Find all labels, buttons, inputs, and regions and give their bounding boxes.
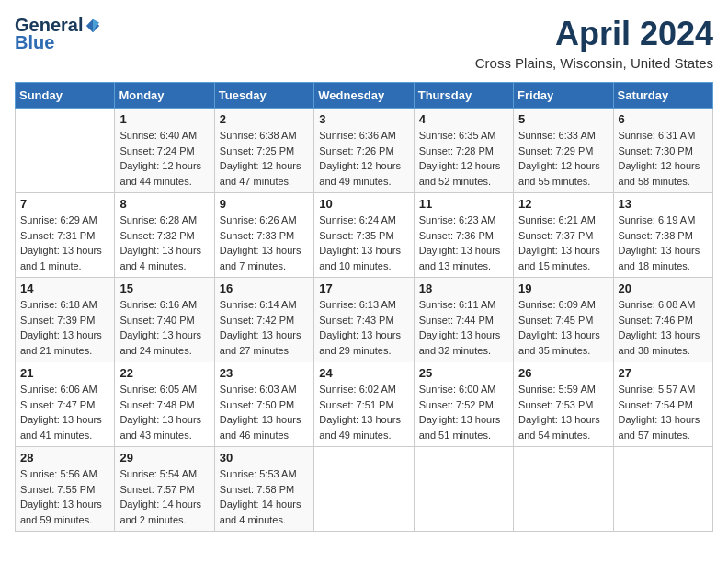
calendar-cell: [16, 109, 115, 193]
day-number: 17: [319, 282, 408, 295]
calendar-cell: 29Sunrise: 5:54 AMSunset: 7:57 PMDayligh…: [115, 447, 214, 532]
calendar-cell: 28Sunrise: 5:56 AMSunset: 7:55 PMDayligh…: [16, 447, 115, 532]
calendar-cell: 15Sunrise: 6:16 AMSunset: 7:40 PMDayligh…: [115, 278, 214, 362]
calendar-table: SundayMondayTuesdayWednesdayThursdayFrid…: [15, 82, 713, 532]
calendar-cell: 22Sunrise: 6:05 AMSunset: 7:48 PMDayligh…: [115, 362, 214, 447]
sun-info: Sunrise: 6:18 AMSunset: 7:39 PMDaylight:…: [20, 297, 109, 358]
calendar-cell: [613, 447, 712, 532]
weekday-header-monday: Monday: [115, 83, 214, 109]
day-number: 22: [119, 366, 209, 380]
sun-info: Sunrise: 6:05 AMSunset: 7:48 PMDaylight:…: [119, 382, 209, 442]
sun-info: Sunrise: 6:09 AMSunset: 7:45 PMDaylight:…: [518, 297, 608, 358]
day-number: 8: [119, 197, 209, 211]
calendar-cell: 9Sunrise: 6:26 AMSunset: 7:33 PMDaylight…: [214, 193, 313, 278]
sun-info: Sunrise: 5:54 AMSunset: 7:57 PMDaylight:…: [119, 466, 209, 527]
sun-info: Sunrise: 6:00 AMSunset: 7:52 PMDaylight:…: [419, 382, 508, 442]
day-number: 10: [319, 197, 408, 211]
sun-info: Sunrise: 6:02 AMSunset: 7:51 PMDaylight:…: [319, 382, 408, 442]
sun-info: Sunrise: 5:56 AMSunset: 7:55 PMDaylight:…: [20, 466, 109, 527]
month-title: April 2024: [475, 15, 713, 53]
calendar-cell: 1Sunrise: 6:40 AMSunset: 7:24 PMDaylight…: [115, 109, 214, 193]
sun-info: Sunrise: 6:23 AMSunset: 7:36 PMDaylight:…: [419, 213, 508, 273]
title-area: April 2024 Cross Plains, Wisconsin, Unit…: [475, 15, 713, 71]
weekday-header-wednesday: Wednesday: [314, 83, 414, 109]
day-number: 7: [20, 197, 109, 211]
week-row-1: 1Sunrise: 6:40 AMSunset: 7:24 PMDaylight…: [16, 109, 713, 193]
sun-info: Sunrise: 6:36 AMSunset: 7:26 PMDaylight:…: [319, 128, 408, 189]
weekday-header-sunday: Sunday: [16, 83, 115, 109]
weekday-header-friday: Friday: [514, 83, 613, 109]
day-number: 18: [419, 282, 508, 295]
calendar-cell: 26Sunrise: 5:59 AMSunset: 7:53 PMDayligh…: [514, 362, 613, 447]
day-number: 16: [220, 282, 309, 295]
calendar-cell: 25Sunrise: 6:00 AMSunset: 7:52 PMDayligh…: [414, 362, 513, 447]
sun-info: Sunrise: 6:21 AMSunset: 7:37 PMDaylight:…: [518, 213, 608, 273]
day-number: 14: [20, 282, 109, 295]
calendar-cell: 21Sunrise: 6:06 AMSunset: 7:47 PMDayligh…: [16, 362, 115, 447]
day-number: 28: [20, 451, 109, 465]
day-number: 24: [319, 366, 408, 380]
calendar-cell: 3Sunrise: 6:36 AMSunset: 7:26 PMDaylight…: [314, 109, 414, 193]
week-row-4: 21Sunrise: 6:06 AMSunset: 7:47 PMDayligh…: [16, 362, 713, 447]
calendar-cell: 10Sunrise: 6:24 AMSunset: 7:35 PMDayligh…: [314, 193, 414, 278]
day-number: 21: [20, 366, 109, 380]
sun-info: Sunrise: 6:06 AMSunset: 7:47 PMDaylight:…: [20, 382, 109, 442]
sun-info: Sunrise: 6:26 AMSunset: 7:33 PMDaylight:…: [220, 213, 309, 273]
week-row-3: 14Sunrise: 6:18 AMSunset: 7:39 PMDayligh…: [16, 278, 713, 362]
day-number: 19: [518, 282, 608, 295]
calendar-cell: 27Sunrise: 5:57 AMSunset: 7:54 PMDayligh…: [613, 362, 712, 447]
day-number: 5: [518, 112, 608, 126]
day-number: 1: [119, 112, 209, 126]
logo: General Blue: [15, 15, 101, 53]
weekday-header-row: SundayMondayTuesdayWednesdayThursdayFrid…: [16, 83, 713, 109]
sun-info: Sunrise: 6:19 AMSunset: 7:38 PMDaylight:…: [619, 213, 708, 273]
calendar-cell: 17Sunrise: 6:13 AMSunset: 7:43 PMDayligh…: [314, 278, 414, 362]
sun-info: Sunrise: 6:31 AMSunset: 7:30 PMDaylight:…: [619, 128, 708, 189]
logo-icon: [85, 17, 101, 34]
calendar-cell: 16Sunrise: 6:14 AMSunset: 7:42 PMDayligh…: [214, 278, 313, 362]
calendar-cell: 7Sunrise: 6:29 AMSunset: 7:31 PMDaylight…: [16, 193, 115, 278]
page-header: General Blue April 2024 Cross Plains, Wi…: [15, 15, 713, 71]
day-number: 30: [220, 451, 309, 465]
sun-info: Sunrise: 5:59 AMSunset: 7:53 PMDaylight:…: [518, 382, 608, 442]
logo-blue-text: Blue: [15, 32, 54, 52]
day-number: 2: [220, 112, 309, 126]
day-number: 6: [619, 112, 708, 126]
day-number: 12: [518, 197, 608, 211]
weekday-header-saturday: Saturday: [613, 83, 712, 109]
location-text: Cross Plains, Wisconsin, United States: [475, 55, 713, 71]
calendar-cell: 13Sunrise: 6:19 AMSunset: 7:38 PMDayligh…: [613, 193, 712, 278]
day-number: 11: [419, 197, 508, 211]
sun-info: Sunrise: 6:28 AMSunset: 7:32 PMDaylight:…: [119, 213, 209, 273]
calendar-cell: 24Sunrise: 6:02 AMSunset: 7:51 PMDayligh…: [314, 362, 414, 447]
sun-info: Sunrise: 6:29 AMSunset: 7:31 PMDaylight:…: [20, 213, 109, 273]
sun-info: Sunrise: 6:11 AMSunset: 7:44 PMDaylight:…: [419, 297, 508, 358]
sun-info: Sunrise: 6:40 AMSunset: 7:24 PMDaylight:…: [119, 128, 209, 189]
sun-info: Sunrise: 5:53 AMSunset: 7:58 PMDaylight:…: [220, 466, 309, 527]
calendar-cell: 18Sunrise: 6:11 AMSunset: 7:44 PMDayligh…: [414, 278, 513, 362]
sun-info: Sunrise: 5:57 AMSunset: 7:54 PMDaylight:…: [619, 382, 708, 442]
calendar-cell: 14Sunrise: 6:18 AMSunset: 7:39 PMDayligh…: [16, 278, 115, 362]
calendar-cell: [314, 447, 414, 532]
day-number: 15: [119, 282, 209, 295]
day-number: 29: [119, 451, 209, 465]
sun-info: Sunrise: 6:14 AMSunset: 7:42 PMDaylight:…: [220, 297, 309, 358]
sun-info: Sunrise: 6:08 AMSunset: 7:46 PMDaylight:…: [619, 297, 708, 358]
day-number: 9: [220, 197, 309, 211]
calendar-cell: 12Sunrise: 6:21 AMSunset: 7:37 PMDayligh…: [514, 193, 613, 278]
day-number: 13: [619, 197, 708, 211]
calendar-cell: 11Sunrise: 6:23 AMSunset: 7:36 PMDayligh…: [414, 193, 513, 278]
sun-info: Sunrise: 6:38 AMSunset: 7:25 PMDaylight:…: [220, 128, 309, 189]
calendar-cell: [414, 447, 513, 532]
calendar-cell: 4Sunrise: 6:35 AMSunset: 7:28 PMDaylight…: [414, 109, 513, 193]
day-number: 20: [619, 282, 708, 295]
day-number: 3: [319, 112, 408, 126]
calendar-cell: 20Sunrise: 6:08 AMSunset: 7:46 PMDayligh…: [613, 278, 712, 362]
calendar-cell: [514, 447, 613, 532]
sun-info: Sunrise: 6:24 AMSunset: 7:35 PMDaylight:…: [319, 213, 408, 273]
weekday-header-tuesday: Tuesday: [214, 83, 313, 109]
calendar-cell: 2Sunrise: 6:38 AMSunset: 7:25 PMDaylight…: [214, 109, 313, 193]
calendar-cell: 19Sunrise: 6:09 AMSunset: 7:45 PMDayligh…: [514, 278, 613, 362]
sun-info: Sunrise: 6:16 AMSunset: 7:40 PMDaylight:…: [119, 297, 209, 358]
day-number: 4: [419, 112, 508, 126]
